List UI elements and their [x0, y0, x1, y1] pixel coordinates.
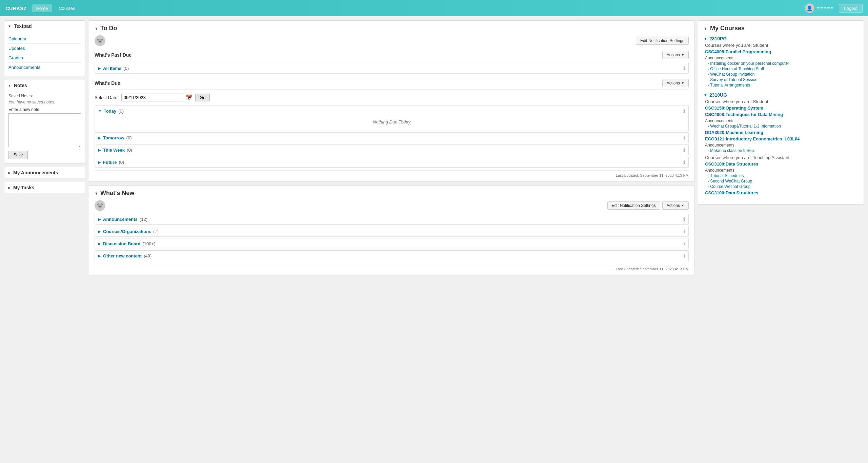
todo-panel: ▼ To Do 🐨 Edit Notification Settings Wha… — [89, 20, 694, 182]
tomorrow-row[interactable]: ▶ Tomorrow (0) ℹ — [95, 133, 688, 143]
notes-header[interactable]: ▼ Notes — [4, 80, 85, 91]
ann-course-wechat-chevron: › — [708, 185, 709, 189]
dda3020-link[interactable]: DDA3020:Machine Learning — [704, 130, 858, 135]
wn-other-left: ▶ Other new content (49) — [98, 253, 152, 258]
csc4008-link[interactable]: CSC4008:Techniques for Data Mining — [704, 112, 858, 117]
todo-edit-notification-button[interactable]: Edit Notification Settings — [636, 37, 689, 45]
all-items-info-icon: ℹ — [683, 65, 685, 71]
whats-new-actions-label: Actions — [667, 203, 680, 208]
ann-tut-sched-link[interactable]: Tutorial Schedules — [710, 173, 744, 178]
ann-second-wechat: › Second WeChat Group — [704, 179, 858, 184]
wn-announcements-left: ▶ Announcements (12) — [98, 217, 147, 222]
whats-due-actions-button[interactable]: Actions ▼ — [662, 79, 689, 87]
wn-courses-expand[interactable]: ▶ Courses/Organizations (7) ℹ — [95, 226, 688, 236]
csc3100-ta-link[interactable]: CSC3100:Data Structures — [704, 161, 858, 167]
csc3150-link[interactable]: CSC3150:Operating System — [704, 105, 858, 111]
nav-home[interactable]: Home — [32, 4, 52, 12]
csc3100-second-link[interactable]: CSC3100:Data Structures — [704, 190, 858, 195]
todo-last-updated: Last Updated: September 11, 2023 4:13 PM — [95, 170, 689, 177]
textpad-header[interactable]: ▼ Textpad — [4, 21, 85, 32]
ann-wechat-tut-chevron: › — [708, 124, 709, 128]
csc4005-link[interactable]: CSC4005:Parallel Programming — [704, 49, 858, 54]
wn-other-expand[interactable]: ▶ Other new content (49) ℹ — [95, 251, 688, 261]
group-2310ug-chevron: ▼ — [704, 93, 707, 97]
ann-course-wechat-link[interactable]: Course Wechat Group — [710, 184, 750, 189]
wn-courses-count: (7) — [153, 229, 159, 234]
all-items-link[interactable]: All Items — [103, 66, 121, 71]
my-tasks-header[interactable]: ▶ My Tasks — [4, 182, 85, 193]
ann-office-hours: › Office Hours of Teaching Stuff — [704, 66, 858, 71]
my-tasks-collapse-icon: ▶ — [8, 186, 11, 190]
today-info-icon: ℹ — [683, 108, 685, 114]
whats-due-title: What's Due — [95, 80, 120, 86]
wn-courses-link[interactable]: Courses/Organizations — [103, 229, 151, 234]
wn-discussion-chevron: ▶ — [98, 242, 101, 246]
wn-announcements-count: (12) — [140, 217, 147, 222]
logout-button[interactable]: Logout — [839, 4, 863, 13]
textpad-link-announcements[interactable]: Announcements — [8, 63, 81, 72]
nav-courses[interactable]: Courses — [55, 4, 79, 12]
this-week-link[interactable]: This Week — [103, 148, 125, 153]
all-items-expand[interactable]: ▶ All Items (0) ℹ — [95, 63, 688, 73]
calendar-icon[interactable]: 📅 — [186, 94, 193, 101]
todo-avatar: 🐨 — [95, 35, 105, 46]
past-due-actions-button[interactable]: Actions ▼ — [662, 51, 689, 59]
ann-second-wechat-link[interactable]: Second WeChat Group — [710, 179, 752, 184]
eco3121-link[interactable]: ECO3121:Introductory Econometrics_L03L04 — [704, 136, 858, 141]
past-due-actions-chevron: ▼ — [681, 53, 684, 57]
all-items-left: ▶ All Items (0) — [98, 66, 129, 71]
ann-survey-chevron: › — [708, 78, 709, 82]
left-sidebar: ▼ Textpad Calendar Updates Grades Announ… — [4, 20, 85, 193]
all-items-row: ▶ All Items (0) ℹ — [95, 63, 689, 74]
2310pg-student-label: Courses where you are: Student — [704, 43, 858, 48]
textpad-link-grades[interactable]: Grades — [8, 53, 81, 63]
center-content: ▼ To Do 🐨 Edit Notification Settings Wha… — [89, 20, 694, 275]
my-announcements-header[interactable]: ▶ My Announcements — [4, 167, 85, 178]
date-select-label: Select Date: — [95, 95, 119, 100]
today-row[interactable]: ▼ Today (0) ℹ — [95, 106, 688, 116]
group-2310pg-chevron: ▼ — [704, 37, 707, 41]
today-inner: Nothing Due Today — [95, 116, 688, 131]
whats-new-actions-chevron: ▼ — [681, 204, 684, 207]
navbar: CUHKSZ Home Courses 👤 •••••••••••• Logou… — [0, 0, 868, 16]
whats-new-actions-button[interactable]: Actions ▼ — [662, 201, 689, 210]
whats-due-section-header: What's Due Actions ▼ — [95, 77, 689, 90]
todo-collapse-icon: ▼ — [95, 26, 98, 31]
today-left: ▼ Today (0) — [98, 109, 124, 114]
wn-discussion-expand[interactable]: ▶ Discussion Board (100+) ℹ — [95, 238, 688, 249]
ann-wechat-inv-link[interactable]: WeChat Group Invitation — [710, 72, 754, 77]
textpad-link-calendar[interactable]: Calendar — [8, 34, 81, 44]
save-note-button[interactable]: Save — [8, 151, 28, 159]
date-input[interactable] — [121, 94, 183, 101]
ann-docker-chevron: › — [708, 62, 709, 65]
ann-wechat-inv-chevron: › — [708, 73, 709, 76]
future-subsection: ▶ Future (0) ℹ — [95, 157, 689, 168]
wn-announcements-link[interactable]: Announcements — [103, 217, 138, 222]
future-row[interactable]: ▶ Future (0) ℹ — [95, 157, 688, 167]
go-button[interactable]: Go — [195, 94, 210, 101]
notes-title: Notes — [14, 83, 27, 88]
group-2310ug-name[interactable]: 2310UG — [709, 92, 727, 98]
today-link[interactable]: Today — [104, 109, 116, 114]
ann-makeup-link[interactable]: Make-up class on 9 Sep. — [710, 148, 755, 153]
ann-tutorial-arr-chevron: › — [708, 83, 709, 87]
wn-announcements-expand[interactable]: ▶ Announcements (12) ℹ — [95, 214, 688, 224]
wn-other-link[interactable]: Other new content — [103, 253, 142, 258]
this-week-row[interactable]: ▶ This Week (0) ℹ — [95, 145, 688, 155]
ann-docker-link[interactable]: Installing docker on your personal compu… — [710, 61, 789, 66]
ann-survey-link[interactable]: Survey of Tutorial Session — [710, 77, 757, 82]
future-link[interactable]: Future — [103, 160, 117, 165]
ann-survey: › Survey of Tutorial Session — [704, 77, 858, 82]
group-2310pg-name[interactable]: 2310PG — [709, 36, 727, 41]
wn-discussion-link[interactable]: Discussion Board — [103, 241, 141, 246]
ann-office-hours-link[interactable]: Office Hours of Teaching Stuff — [710, 66, 764, 71]
right-collapse-icon: ▼ — [704, 26, 707, 31]
navbar-right: 👤 •••••••••••• Logout — [805, 3, 863, 13]
tomorrow-link[interactable]: Tomorrow — [103, 135, 124, 140]
my-tasks-title: My Tasks — [13, 185, 34, 190]
textpad-link-updates[interactable]: Updates — [8, 44, 81, 53]
notes-textarea[interactable] — [8, 113, 81, 147]
whats-new-edit-notification-button[interactable]: Edit Notification Settings — [607, 201, 660, 210]
ann-tutorial-arr-link[interactable]: Tutorial Arrangements — [710, 83, 750, 88]
ann-wechat-tut-link[interactable]: Wechat Group&Tutorial 1-2 Information — [710, 124, 781, 129]
